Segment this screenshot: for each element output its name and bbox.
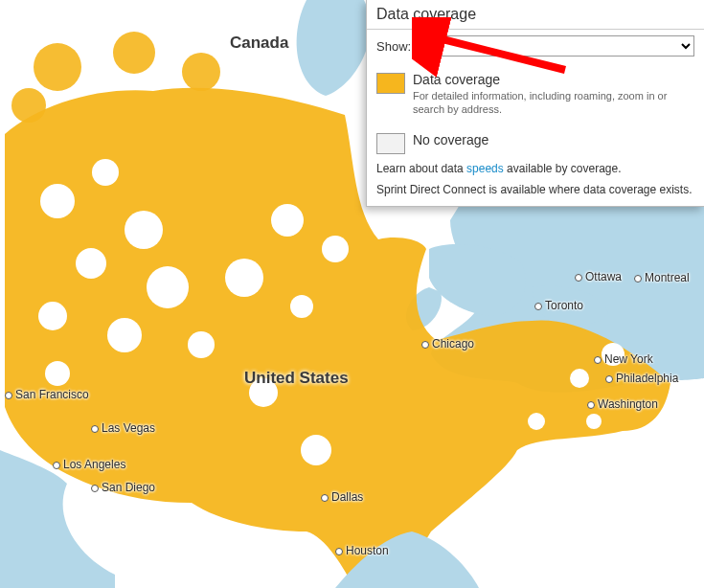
svg-point-16	[570, 369, 589, 388]
legend-no-coverage-label: No coverage	[413, 132, 488, 147]
coverage-type-select[interactable]: 5G	[417, 35, 694, 57]
svg-point-12	[322, 236, 349, 262]
city-new-york: New York	[594, 352, 653, 366]
country-label-us: United States	[244, 369, 349, 388]
svg-point-10	[225, 259, 263, 297]
svg-point-3	[125, 211, 163, 249]
coverage-panel: Data coverage Show: 5G Data coverage For…	[366, 0, 704, 207]
city-chicago: Chicago	[421, 337, 474, 351]
svg-point-6	[38, 302, 67, 330]
svg-point-18	[528, 413, 545, 430]
panel-direct-connect-note: Sprint Direct Connect is available where…	[367, 175, 704, 196]
svg-point-22	[182, 53, 220, 91]
svg-point-23	[11, 88, 46, 123]
svg-point-20	[34, 43, 81, 91]
city-san-francisco: San Francisco	[5, 388, 89, 401]
legend-swatch-no-coverage	[376, 133, 405, 154]
legend-coverage-label: Data coverage	[413, 72, 694, 87]
svg-point-13	[290, 295, 313, 318]
svg-point-15	[301, 435, 331, 465]
panel-speeds-note: Learn about data speeds available by cov…	[367, 154, 704, 175]
country-label-canada: Canada	[230, 34, 288, 53]
legend-coverage-sub: For detailed information, including roam…	[413, 89, 694, 117]
svg-point-4	[76, 248, 106, 279]
legend-swatch-coverage	[376, 73, 405, 94]
svg-point-1	[40, 184, 75, 218]
city-montreal: Montreal	[634, 271, 690, 284]
city-los-angeles: Los Angeles	[53, 458, 125, 471]
city-san-diego: San Diego	[91, 481, 155, 494]
svg-point-5	[147, 266, 189, 308]
city-philadelphia: Philadelphia	[605, 372, 678, 385]
speeds-link[interactable]: speeds	[466, 162, 504, 175]
city-las-vegas: Las Vegas	[91, 421, 155, 435]
svg-point-21	[113, 32, 155, 74]
city-toronto: Toronto	[534, 299, 583, 312]
svg-point-7	[107, 318, 142, 352]
city-houston: Houston	[335, 544, 389, 557]
svg-point-19	[586, 414, 602, 429]
panel-title: Data coverage	[367, 0, 704, 30]
city-dallas: Dallas	[321, 490, 363, 504]
svg-point-8	[188, 331, 215, 358]
city-ottawa: Ottawa	[575, 270, 622, 283]
show-label: Show:	[376, 39, 411, 54]
svg-point-9	[45, 361, 70, 386]
svg-point-11	[271, 204, 304, 237]
svg-point-2	[92, 159, 119, 186]
city-washington: Washington	[587, 397, 658, 411]
